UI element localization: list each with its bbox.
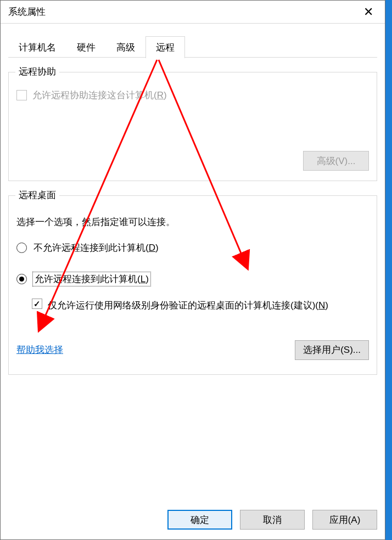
tab-computer-name[interactable]: 计算机名: [8, 36, 66, 58]
radio-disallow-row[interactable]: 不允许远程连接到此计算机(D): [16, 241, 369, 254]
close-button[interactable]: ✕: [352, 1, 385, 24]
nla-row[interactable]: 仅允许运行使用网络级别身份验证的远程桌面的计算机连接(建议)(N): [32, 299, 369, 313]
allow-remote-assist-label: 允许远程协助连接这台计算机(R): [32, 89, 167, 102]
remote-desktop-group: 远程桌面 选择一个选项，然后指定谁可以连接。 不允许远程连接到此计算机(D) 允…: [8, 195, 377, 375]
button-bar: 确定 取消 应用(A): [1, 502, 385, 539]
select-users-button[interactable]: 选择用户(S)...: [295, 340, 369, 360]
nla-checkbox[interactable]: [32, 299, 42, 309]
cancel-button[interactable]: 取消: [240, 510, 305, 530]
window-title: 系统属性: [8, 5, 46, 18]
tab-remote[interactable]: 远程: [145, 36, 185, 58]
tab-advanced[interactable]: 高级: [106, 36, 145, 58]
radio-disallow-label: 不允许远程连接到此计算机(D): [33, 241, 159, 254]
remote-assist-advanced-row: 高级(V)...: [16, 151, 369, 171]
radio-allow[interactable]: [16, 274, 27, 284]
remote-desktop-legend: 远程桌面: [15, 189, 59, 201]
remote-assist-advanced-button: 高级(V)...: [303, 151, 369, 171]
radio-allow-label: 允许远程连接到此计算机(L): [33, 273, 150, 285]
remote-assistance-legend: 远程协助: [15, 65, 59, 78]
allow-remote-assist-checkbox: [16, 90, 27, 100]
nla-label: 仅允许运行使用网络级别身份验证的远程桌面的计算机连接(建议)(N): [48, 299, 328, 313]
radio-disallow[interactable]: [16, 243, 27, 253]
remote-assistance-group: 远程协助 允许远程协助连接这台计算机(R) 高级(V)...: [8, 72, 377, 181]
tabstrip: 计算机名 硬件 高级 远程: [1, 24, 385, 58]
apply-button[interactable]: 应用(A): [312, 510, 377, 530]
system-properties-dialog: 系统属性 ✕ 计算机名 硬件 高级 远程 远程协助 允许远程协助连接这台计算机(…: [0, 0, 385, 540]
titlebar: 系统属性 ✕: [1, 1, 385, 24]
tab-hardware[interactable]: 硬件: [66, 36, 106, 58]
remote-desktop-desc: 选择一个选项，然后指定谁可以连接。: [16, 216, 369, 228]
allow-remote-assist-row: 允许远程协助连接这台计算机(R): [16, 89, 369, 102]
close-icon: ✕: [363, 5, 373, 19]
help-choose-link[interactable]: 帮助我选择: [16, 344, 63, 356]
select-users-row: 帮助我选择 选择用户(S)...: [16, 340, 369, 360]
ok-button[interactable]: 确定: [167, 510, 232, 530]
radio-allow-row[interactable]: 允许远程连接到此计算机(L): [16, 273, 369, 285]
tab-content-remote: 远程协助 允许远程协助连接这台计算机(R) 高级(V)... 远程桌面 选择一个…: [1, 58, 385, 502]
tab-underline: [8, 57, 377, 58]
